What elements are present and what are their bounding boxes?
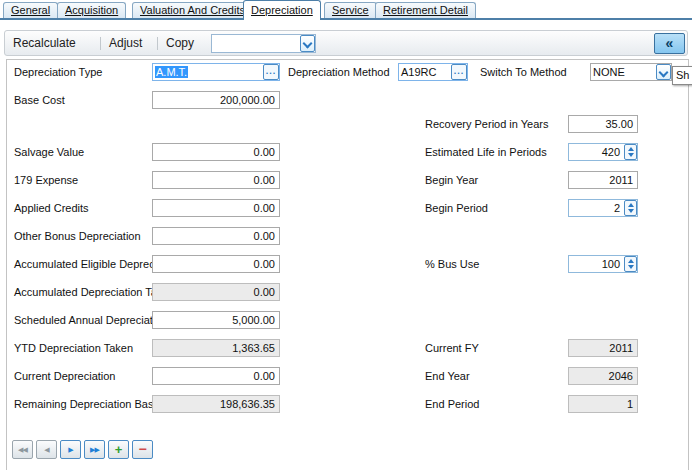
depreciation-method-label: Depreciation Method — [288, 63, 390, 81]
recalculate-button[interactable]: Recalculate — [13, 36, 76, 50]
spinner-up-down-icon[interactable] — [624, 144, 637, 160]
depreciation-type-field[interactable]: A.M.T. ... — [152, 63, 280, 81]
remaining-depreciation-base-value: 198,636.35 — [153, 396, 279, 412]
depreciation-method-value: A19RC — [399, 64, 451, 80]
other-bonus-depreciation-value: 0.00 — [153, 228, 279, 244]
expense-179-label: 179 Expense — [14, 171, 78, 189]
salvage-value-value: 0.00 — [153, 144, 279, 160]
adjust-button[interactable]: Adjust — [109, 36, 142, 50]
begin-year-value: 2011 — [569, 172, 637, 188]
salvage-value-field[interactable]: 0.00 — [152, 143, 280, 161]
previous-record-button[interactable]: ◀ — [36, 440, 57, 459]
switch-to-method-value: NONE — [591, 64, 656, 80]
recovery-period-in-years-field[interactable]: 35.00 — [568, 115, 638, 133]
recovery-period-in-years-label: Recovery Period in Years — [425, 115, 549, 133]
first-record-button[interactable]: ◀◀ — [12, 440, 33, 459]
begin-period-label: Begin Period — [425, 199, 488, 217]
collapse-panel-button[interactable]: « — [654, 33, 685, 54]
toolbar: Recalculate Adjust Copy « — [4, 30, 688, 56]
applied-credits-field[interactable]: 0.00 — [152, 199, 280, 217]
accumulated-depreciation-taken-label: Accumulated Depreciation Taken — [14, 283, 175, 301]
ellipsis-lookup-icon[interactable]: ... — [263, 64, 279, 80]
ellipsis-lookup-icon[interactable]: ... — [451, 64, 467, 80]
begin-year-label: Begin Year — [425, 171, 478, 189]
last-record-button[interactable]: ▶▶ — [84, 440, 105, 459]
chevron-down-icon[interactable] — [300, 35, 315, 52]
estimated-life-in-periods-stepper[interactable]: 420 — [568, 143, 638, 161]
begin-period-value: 2 — [569, 200, 624, 216]
estimated-life-in-periods-label: Estimated Life in Periods — [425, 143, 547, 161]
ytd-depreciation-taken-label: YTD Depreciation Taken — [14, 339, 133, 357]
scheduled-annual-depreciation-label: Scheduled Annual Depreciation — [14, 311, 168, 329]
tab-strip-divider — [0, 18, 692, 20]
pct-bus-use-label: % Bus Use — [425, 255, 479, 273]
end-year-label: End Year — [425, 367, 470, 385]
switch-to-method-label: Switch To Method — [480, 63, 567, 81]
other-bonus-depreciation-field[interactable]: 0.00 — [152, 227, 280, 245]
applied-credits-label: Applied Credits — [14, 199, 89, 217]
tab-depreciation[interactable]: Depreciation — [243, 0, 321, 20]
applied-credits-value: 0.00 — [153, 200, 279, 216]
remaining-depreciation-base-field: 198,636.35 — [152, 395, 280, 413]
depreciation-method-field[interactable]: A19RC ... — [398, 63, 468, 81]
base-cost-value: 200,000.00 — [153, 92, 279, 108]
depreciation-type-value: A.M.T. — [155, 66, 188, 78]
scheduled-annual-depreciation-value: 5,000.00 — [153, 312, 279, 328]
pct-bus-use-value: 100 — [569, 256, 624, 272]
ytd-depreciation-taken-field: 1,363.65 — [152, 339, 280, 357]
tab-service[interactable]: Service — [324, 2, 377, 19]
expense-179-field[interactable]: 0.00 — [152, 171, 280, 189]
add-record-button[interactable]: + — [108, 440, 129, 459]
depreciation-window: General Acquisition Valuation And Credit… — [0, 0, 692, 470]
accumulated-depreciation-taken-field: 0.00 — [152, 283, 280, 301]
begin-year-field[interactable]: 2011 — [568, 171, 638, 189]
spinner-up-down-icon[interactable] — [624, 256, 637, 272]
current-depreciation-field[interactable]: 0.00 — [152, 367, 280, 385]
expense-179-value: 0.00 — [153, 172, 279, 188]
end-period-value: 1 — [569, 396, 637, 412]
base-cost-field[interactable]: 200,000.00 — [152, 91, 280, 109]
chevrons-left-icon: « — [666, 35, 674, 51]
end-period-field: 1 — [568, 395, 638, 413]
end-period-label: End Period — [425, 395, 479, 413]
tab-general[interactable]: General — [3, 2, 58, 19]
remove-record-button[interactable]: − — [132, 440, 153, 459]
current-depreciation-value: 0.00 — [153, 368, 279, 384]
scheduled-annual-depreciation-field[interactable]: 5,000.00 — [152, 311, 280, 329]
remaining-depreciation-base-label: Remaining Depreciation Base — [14, 395, 160, 413]
depreciation-type-label: Depreciation Type — [14, 63, 102, 81]
tooltip: Sh — [672, 66, 692, 85]
tab-acquisition[interactable]: Acquisition — [57, 2, 126, 19]
recovery-period-in-years-value: 35.00 — [569, 116, 637, 132]
end-year-field: 2046 — [568, 367, 638, 385]
current-fy-value: 2011 — [569, 340, 637, 356]
chevron-down-icon[interactable] — [656, 64, 671, 80]
record-navigator: ◀◀ ◀ ▶ ▶▶ + − — [12, 440, 153, 459]
estimated-life-in-periods-value: 420 — [569, 144, 624, 160]
tab-valuation-and-credits[interactable]: Valuation And Credits — [132, 2, 253, 19]
other-bonus-depreciation-label: Other Bonus Depreciation — [14, 227, 141, 245]
ytd-depreciation-taken-value: 1,363.65 — [153, 340, 279, 356]
accumulated-depreciation-taken-value: 0.00 — [153, 284, 279, 300]
accumulated-eligible-depreciation-field[interactable]: 0.00 — [152, 255, 280, 273]
pct-bus-use-stepper[interactable]: 100 — [568, 255, 638, 273]
end-year-value: 2046 — [569, 368, 637, 384]
toolbar-combobox[interactable] — [211, 34, 316, 53]
base-cost-label: Base Cost — [14, 91, 65, 109]
salvage-value-label: Salvage Value — [14, 143, 84, 161]
begin-period-stepper[interactable]: 2 — [568, 199, 638, 217]
toolbar-combobox-value — [212, 35, 300, 52]
current-depreciation-label: Current Depreciation — [14, 367, 116, 385]
current-fy-label: Current FY — [425, 339, 479, 357]
next-record-button[interactable]: ▶ — [60, 440, 81, 459]
accumulated-eligible-depreciation-value: 0.00 — [153, 256, 279, 272]
current-fy-field: 2011 — [568, 339, 638, 357]
toolbar-separator — [157, 37, 158, 50]
spinner-up-down-icon[interactable] — [624, 200, 637, 216]
tab-retirement-detail[interactable]: Retirement Detail — [375, 2, 476, 19]
switch-to-method-combobox[interactable]: NONE — [590, 63, 672, 81]
toolbar-separator — [100, 37, 101, 50]
copy-button[interactable]: Copy — [166, 36, 194, 50]
